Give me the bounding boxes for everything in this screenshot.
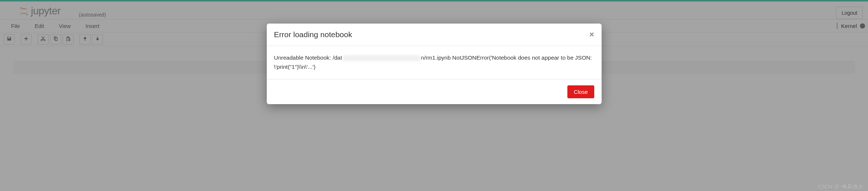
move-up-button[interactable]	[79, 34, 91, 45]
save-icon	[7, 36, 12, 42]
error-text-prefix: Unreadable Notebook: /dat	[274, 54, 342, 61]
menu-file[interactable]: File	[4, 21, 27, 31]
close-icon[interactable]: ×	[589, 31, 594, 39]
add-cell-button[interactable]	[21, 34, 32, 45]
copy-button[interactable]	[50, 34, 61, 45]
autosave-status: (autosaved)	[79, 12, 106, 18]
kernel-indicator[interactable]: Kernel	[837, 23, 865, 29]
close-button[interactable]: Close	[567, 85, 594, 98]
svg-point-2	[20, 14, 21, 15]
modal-footer: Close	[267, 79, 602, 104]
move-down-button[interactable]	[92, 34, 103, 45]
kernel-status-icon	[860, 23, 865, 28]
move-up-icon	[82, 36, 88, 42]
watermark: CSDN @~晚风微凉~	[818, 184, 866, 190]
logout-button[interactable]: Logout	[836, 7, 863, 19]
add-icon	[24, 36, 29, 42]
modal-body: Unreadable Notebook: /datn/rm1.ipynb Not…	[267, 46, 602, 79]
jupyter-logo[interactable]: jupyter	[18, 5, 61, 17]
modal-header: Error loading notebook ×	[267, 24, 602, 46]
jupyter-icon	[18, 6, 29, 17]
svg-point-1	[26, 14, 28, 15]
menu-edit[interactable]: Edit	[27, 21, 52, 31]
error-modal: Error loading notebook × Unreadable Note…	[267, 24, 602, 104]
modal-title: Error loading notebook	[274, 30, 352, 39]
brand-name: jupyter	[31, 5, 61, 17]
menu-insert[interactable]: Insert	[78, 21, 107, 31]
kernel-label: Kernel	[841, 23, 857, 29]
paste-icon	[65, 36, 71, 42]
paste-button[interactable]	[63, 34, 74, 45]
move-down-icon	[95, 36, 100, 42]
save-button[interactable]	[4, 34, 15, 45]
copy-icon	[53, 36, 58, 42]
svg-point-0	[21, 7, 22, 8]
redacted-path	[343, 55, 420, 61]
header: jupyter (autosaved) Logout	[0, 1, 868, 19]
menu-view[interactable]: View	[52, 21, 78, 31]
cut-icon	[40, 36, 46, 42]
cut-button[interactable]	[38, 34, 49, 45]
